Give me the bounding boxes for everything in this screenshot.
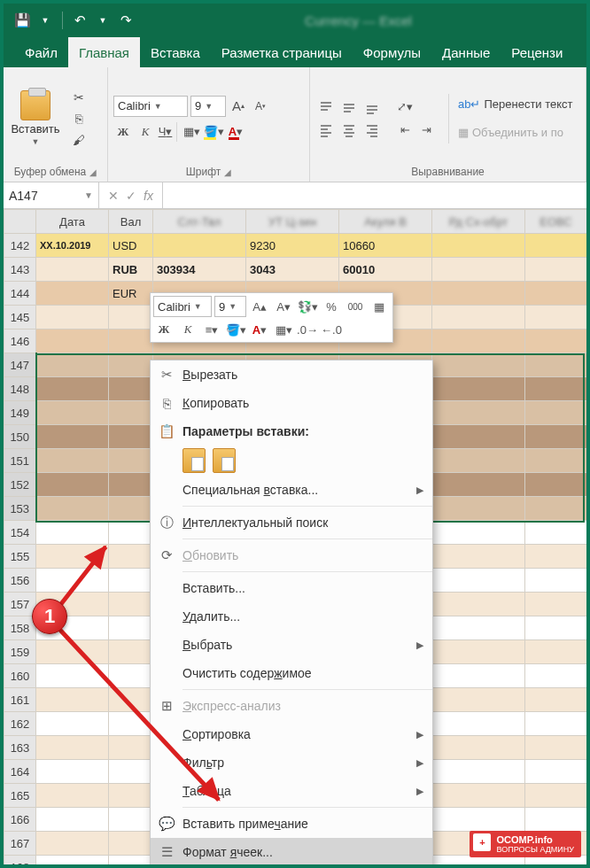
col-header[interactable]: Вал bbox=[109, 210, 153, 234]
col-header[interactable]: Слт-Твл bbox=[153, 210, 246, 234]
cell[interactable] bbox=[432, 808, 525, 832]
cell[interactable] bbox=[432, 736, 525, 760]
cell[interactable] bbox=[36, 401, 109, 425]
cell[interactable] bbox=[432, 353, 525, 377]
cell[interactable] bbox=[153, 234, 246, 258]
font-name-combo[interactable]: Calibri▼ bbox=[113, 96, 188, 117]
font-color-icon[interactable]: A▾ bbox=[226, 122, 245, 142]
fill-color-icon[interactable]: 🪣▾ bbox=[204, 122, 223, 142]
accept-formula-icon[interactable]: ✓ bbox=[126, 189, 136, 203]
cell[interactable] bbox=[432, 760, 525, 784]
cell[interactable] bbox=[525, 593, 587, 616]
row-header[interactable]: 149 bbox=[4, 401, 36, 425]
bold-button[interactable]: Ж bbox=[113, 122, 133, 142]
cell[interactable] bbox=[109, 329, 153, 353]
cell[interactable] bbox=[432, 401, 525, 425]
ctx-insert[interactable]: Вставить... bbox=[151, 574, 432, 602]
tab-insert[interactable]: Вставка bbox=[140, 37, 211, 67]
cell[interactable] bbox=[525, 377, 587, 401]
row-header[interactable]: 160 bbox=[4, 664, 36, 688]
row-header[interactable]: 143 bbox=[4, 258, 36, 282]
cell[interactable] bbox=[109, 736, 153, 760]
tab-file[interactable]: Файл bbox=[14, 37, 68, 67]
cell[interactable] bbox=[525, 282, 587, 306]
cell[interactable] bbox=[432, 497, 525, 521]
col-header[interactable]: УТ Ц-зин bbox=[246, 210, 339, 234]
cut-icon[interactable]: ✂ bbox=[67, 89, 90, 106]
cell[interactable] bbox=[432, 234, 525, 258]
tab-data[interactable]: Данные bbox=[431, 37, 501, 67]
row-header[interactable]: 146 bbox=[4, 329, 36, 353]
cell[interactable] bbox=[36, 808, 109, 832]
cell[interactable] bbox=[525, 664, 587, 688]
cell[interactable] bbox=[432, 593, 525, 616]
cell[interactable]: USD bbox=[109, 234, 153, 258]
row-header[interactable]: 153 bbox=[4, 497, 36, 521]
tab-formulas[interactable]: Формулы bbox=[353, 37, 431, 67]
cell[interactable] bbox=[109, 473, 153, 497]
cell[interactable] bbox=[525, 473, 587, 497]
cell[interactable] bbox=[36, 688, 109, 712]
mini-percent-icon[interactable]: % bbox=[321, 297, 342, 316]
cell[interactable] bbox=[432, 306, 525, 329]
cell[interactable] bbox=[525, 616, 587, 640]
ctx-table[interactable]: Таблица▶ bbox=[151, 777, 432, 805]
cell[interactable]: 3043 bbox=[246, 258, 339, 282]
align-top-icon[interactable] bbox=[315, 97, 337, 118]
cell[interactable] bbox=[525, 760, 587, 784]
increase-font-icon[interactable]: A▴ bbox=[229, 97, 248, 116]
cell[interactable] bbox=[36, 282, 109, 306]
name-box[interactable]: A147▼ bbox=[4, 182, 99, 208]
worksheet[interactable]: Дата Вал Слт-Твл УТ Ц-зин Акуля В Рд Сх-… bbox=[4, 209, 586, 868]
expand-icon[interactable]: ◢ bbox=[89, 167, 97, 177]
cell[interactable]: 10660 bbox=[339, 234, 432, 258]
decrease-font-icon[interactable]: A▾ bbox=[251, 97, 270, 116]
ctx-format-cells[interactable]: ☰Формат ячеек... bbox=[151, 838, 432, 866]
save-icon[interactable]: 💾 bbox=[11, 9, 34, 32]
row-header[interactable]: 159 bbox=[4, 640, 36, 664]
cell[interactable] bbox=[36, 736, 109, 760]
cell[interactable] bbox=[525, 401, 587, 425]
borders-icon[interactable]: ▦▾ bbox=[182, 122, 201, 142]
ctx-sort[interactable]: Сортировка▶ bbox=[151, 720, 432, 748]
row-header[interactable]: 161 bbox=[4, 688, 36, 712]
increase-indent-icon[interactable]: ⇥ bbox=[416, 120, 436, 140]
cell[interactable] bbox=[36, 497, 109, 521]
row-header[interactable]: 154 bbox=[4, 521, 36, 545]
row-header[interactable]: 167 bbox=[4, 832, 36, 856]
undo-dropdown-icon[interactable]: ▼ bbox=[91, 9, 114, 32]
cell[interactable] bbox=[525, 545, 587, 569]
italic-button[interactable]: К bbox=[136, 122, 155, 142]
cell[interactable] bbox=[36, 712, 109, 736]
cell[interactable] bbox=[36, 258, 109, 282]
cell[interactable] bbox=[525, 808, 587, 832]
cell[interactable] bbox=[36, 784, 109, 808]
cell[interactable] bbox=[109, 664, 153, 688]
row-header[interactable]: 157 bbox=[4, 593, 36, 616]
mini-inc-decimal-icon[interactable]: .0→ bbox=[297, 320, 318, 339]
underline-button[interactable]: Ч▾ bbox=[158, 122, 177, 142]
cell[interactable] bbox=[109, 616, 153, 640]
cell[interactable] bbox=[525, 712, 587, 736]
row-header[interactable]: 164 bbox=[4, 760, 36, 784]
cell[interactable] bbox=[525, 521, 587, 545]
row-header[interactable]: 166 bbox=[4, 808, 36, 832]
row-header[interactable]: 152 bbox=[4, 473, 36, 497]
mini-increase-font-icon[interactable]: A▴ bbox=[249, 297, 270, 316]
cell[interactable] bbox=[36, 329, 109, 353]
cell[interactable] bbox=[36, 856, 109, 869]
ctx-copy[interactable]: ⎘Копировать bbox=[151, 389, 432, 417]
mini-format-painter-icon[interactable]: ▦ bbox=[369, 297, 390, 316]
decrease-indent-icon[interactable]: ⇤ bbox=[395, 120, 415, 140]
merge-button[interactable]: ▦Объединить и по bbox=[458, 122, 573, 143]
cell[interactable] bbox=[109, 640, 153, 664]
cell[interactable] bbox=[432, 640, 525, 664]
tab-page-layout[interactable]: Разметка страницы bbox=[211, 37, 353, 67]
row-header[interactable]: 148 bbox=[4, 377, 36, 401]
cell[interactable] bbox=[109, 569, 153, 593]
select-all-corner[interactable] bbox=[4, 210, 36, 234]
cell[interactable] bbox=[432, 329, 525, 353]
cell[interactable] bbox=[36, 449, 109, 473]
col-header[interactable]: Дата bbox=[36, 210, 109, 234]
qat-dropdown-icon[interactable]: ▼ bbox=[34, 9, 57, 32]
